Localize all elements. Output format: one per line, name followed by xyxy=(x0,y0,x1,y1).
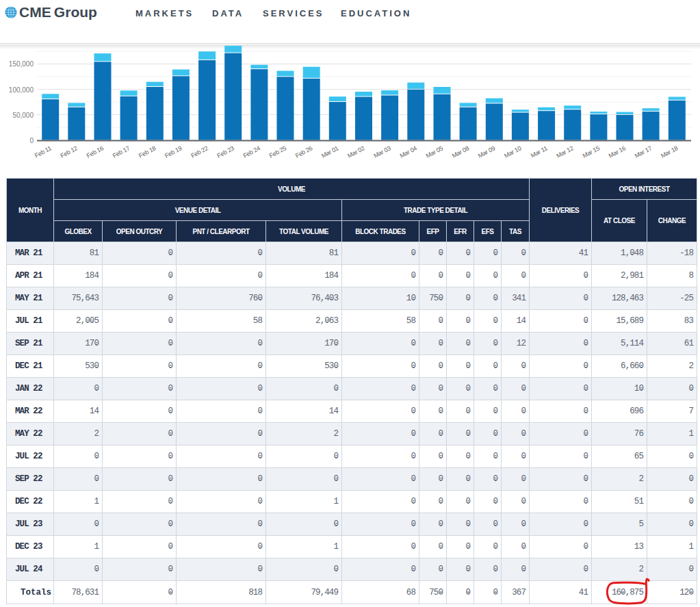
svg-text:Mar 10: Mar 10 xyxy=(503,144,522,159)
svg-text:Mar 15: Mar 15 xyxy=(582,144,601,159)
svg-text:Mar 09: Mar 09 xyxy=(477,144,496,159)
svg-text:Feb 11: Feb 11 xyxy=(34,144,53,159)
svg-text:Mar 11: Mar 11 xyxy=(530,144,549,159)
svg-text:Feb 26: Feb 26 xyxy=(294,144,313,159)
svg-text:Mar 16: Mar 16 xyxy=(608,144,627,159)
svg-text:Feb 18: Feb 18 xyxy=(138,144,157,159)
svg-text:Mar 03: Mar 03 xyxy=(372,144,391,159)
svg-text:50,000: 50,000 xyxy=(12,112,34,119)
svg-text:Mar 05: Mar 05 xyxy=(425,144,444,159)
svg-text:Mar 08: Mar 08 xyxy=(451,144,470,159)
svg-text:Mar 02: Mar 02 xyxy=(346,144,365,159)
svg-text:Feb 23: Feb 23 xyxy=(216,144,235,159)
svg-text:Feb 24: Feb 24 xyxy=(242,144,261,159)
svg-text:Mar 04: Mar 04 xyxy=(399,144,418,159)
svg-text:Feb 17: Feb 17 xyxy=(112,144,131,159)
svg-text:Feb 16: Feb 16 xyxy=(86,144,105,159)
svg-text:Mar 18: Mar 18 xyxy=(660,144,679,159)
svg-text:150,000: 150,000 xyxy=(9,60,34,68)
svg-text:Feb 25: Feb 25 xyxy=(268,144,287,159)
svg-text:Feb 19: Feb 19 xyxy=(164,144,183,159)
svg-text:Mar 12: Mar 12 xyxy=(556,144,575,159)
svg-text:Feb 22: Feb 22 xyxy=(190,144,209,159)
svg-text:Mar 01: Mar 01 xyxy=(320,144,339,159)
svg-text:Mar 17: Mar 17 xyxy=(634,144,653,159)
svg-text:Feb 12: Feb 12 xyxy=(60,144,79,159)
svg-text:0: 0 xyxy=(29,137,34,144)
svg-text:100,000: 100,000 xyxy=(9,86,34,94)
